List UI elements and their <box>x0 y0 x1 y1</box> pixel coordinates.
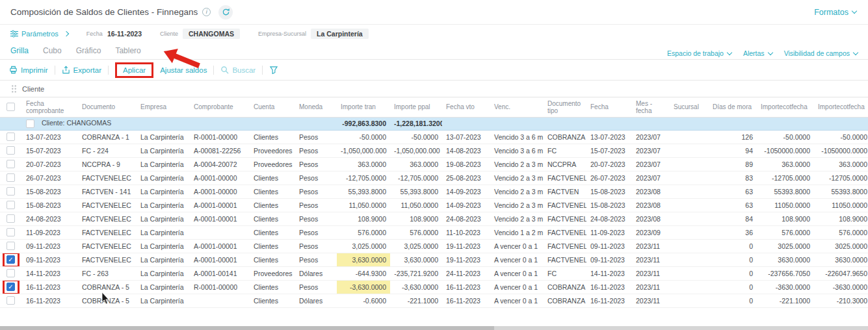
row-checkbox[interactable] <box>7 201 15 209</box>
divider <box>213 66 214 75</box>
row-checkbox[interactable] <box>7 242 15 250</box>
filter-button[interactable] <box>269 66 278 74</box>
cell: La Carpintería <box>137 294 190 307</box>
info-icon[interactable]: i <box>202 8 211 16</box>
cell: La Carpintería <box>137 280 190 294</box>
cell: 16-11-2023 <box>442 280 490 294</box>
column-header[interactable]: Moneda <box>295 97 337 117</box>
table-row[interactable]: 11-09-2023FACTVENELECLa CarpinteríaClien… <box>0 225 868 239</box>
cell: 0 <box>709 239 757 253</box>
group-summary-row[interactable]: Cliente: CHANGOMAS -992,863.8300 -1,228,… <box>0 117 868 130</box>
cell: 0 <box>709 266 757 280</box>
table-row[interactable]: 09-11-2023FACTVENELECLa CarpinteríaA-000… <box>0 239 868 253</box>
page-title: Composición de Saldos de Clientes - Finn… <box>10 7 198 17</box>
table-row[interactable]: 15-08-2023FACTVENELECLa CarpinteríaA-000… <box>0 198 868 212</box>
app-header: Composición de Saldos de Clientes - Finn… <box>0 0 868 25</box>
divider <box>262 66 263 75</box>
column-header[interactable]: Fecha vto <box>442 97 490 117</box>
cell: -50.0000 <box>757 130 814 144</box>
table-row[interactable]: ✓09-11-2023FACTVENELECLa CarpinteríaA-00… <box>0 253 868 266</box>
formats-dropdown[interactable]: Formatos <box>814 8 856 17</box>
row-checkbox[interactable] <box>7 269 15 277</box>
column-header[interactable]: Mes - fecha <box>632 97 670 117</box>
annotation-box-aplicar: Aplicar <box>115 62 153 78</box>
row-checkbox[interactable] <box>7 133 15 141</box>
scrollbar-thumb[interactable] <box>0 326 494 330</box>
table-row[interactable]: 15-07-2023FC - 224La CarpinteríaA-00081-… <box>0 144 868 157</box>
cell: FACTVEN - 141 <box>78 184 137 198</box>
select-all-checkbox[interactable] <box>7 103 15 111</box>
alerts-dropdown[interactable]: Alertas <box>743 49 772 57</box>
column-header[interactable]: Importecotfecha <box>757 97 814 117</box>
tab-tablero[interactable]: Tablero <box>115 46 140 55</box>
cell: R-0001-00000 <box>190 280 250 294</box>
group-field-label[interactable]: Cliente <box>22 85 44 93</box>
apply-button[interactable]: Aplicar <box>123 66 146 74</box>
row-checkbox[interactable]: ✓ <box>7 283 15 291</box>
export-button[interactable]: Exportar <box>62 66 101 74</box>
table-row[interactable]: 13-07-2023COBRANZA - 1La CarpinteríaR-00… <box>0 130 868 144</box>
cell: 16-11-2023 <box>586 294 632 307</box>
row-checkbox[interactable]: ✓ <box>7 255 15 264</box>
column-header[interactable]: Importe ppal <box>390 97 442 117</box>
cell: 363.0000 <box>757 157 814 171</box>
cell: COBRANZA <box>544 280 586 294</box>
row-checkbox[interactable] <box>7 173 15 182</box>
row-checkbox[interactable] <box>7 146 15 155</box>
cell: 11-10-2023 <box>442 225 490 239</box>
cell: 16-11-2023 <box>442 294 490 307</box>
table-row[interactable]: ✓16-11-2023COBRANZA - 5La CarpinteríaR-0… <box>0 280 868 294</box>
param-cliente-value[interactable]: CHANGOMAS <box>183 29 240 39</box>
cell: 55,393.8000 <box>390 184 442 198</box>
tab-cubo[interactable]: Cubo <box>43 46 62 55</box>
row-checkbox[interactable] <box>7 296 15 305</box>
table-row[interactable]: 20-07-2023NCCPRA - 9La CarpinteríaA-0004… <box>0 157 868 171</box>
adjust-balances-button[interactable]: Ajustar saldos <box>160 66 207 74</box>
table-row[interactable]: 15-08-2023FACTVEN - 141La CarpinteríaA-0… <box>0 184 868 198</box>
parameters-toggle[interactable]: Parámetros <box>10 30 68 38</box>
field-visibility-dropdown[interactable]: Visibilidad de campos <box>784 49 858 57</box>
cell: 2023/11 <box>632 239 670 253</box>
row-checkbox[interactable] <box>7 187 15 196</box>
column-header[interactable]: Fecha comprobante <box>22 97 78 117</box>
row-checkbox-cell <box>0 198 22 212</box>
refresh-button[interactable] <box>218 5 233 19</box>
row-checkbox[interactable] <box>7 160 15 168</box>
cell: -12705.0000 <box>814 171 868 184</box>
cell: FACTVENELEC <box>78 239 137 253</box>
cell: 19-08-2023 <box>442 157 490 171</box>
chevron-down-icon <box>852 8 857 14</box>
column-header[interactable]: Cuenta <box>250 97 295 117</box>
param-empresa-value[interactable]: La Carpintería <box>311 29 369 39</box>
column-header[interactable]: Documento tipo <box>544 97 586 117</box>
param-fecha-value[interactable]: 16-11-2023 <box>107 30 142 38</box>
search-button[interactable]: Buscar <box>220 66 256 74</box>
column-header[interactable]: Documento <box>78 97 137 117</box>
table-row[interactable]: 24-08-2023FACTVENELECLa CarpinteríaA-000… <box>0 212 868 225</box>
tab-grafico[interactable]: Gráfico <box>76 46 101 55</box>
drag-handle-icon[interactable] <box>11 84 17 93</box>
print-button[interactable]: Imprimir <box>9 66 48 74</box>
column-header[interactable]: Comprobante <box>190 97 250 117</box>
cell: 26-07-2023 <box>586 171 632 184</box>
table-row[interactable]: 14-11-2023FC - 263La CarpinteríaA-0001-0… <box>0 266 868 280</box>
workspace-dropdown[interactable]: Espacio de trabajo <box>667 49 731 57</box>
row-checkbox[interactable] <box>7 214 15 223</box>
column-header[interactable]: Días de mora <box>709 97 757 117</box>
table-row[interactable]: 16-11-2023COBRANZA - 5La CarpinteríaClie… <box>0 294 868 307</box>
table-row[interactable]: 26-07-2023FACTVENELECLa CarpinteríaA-000… <box>0 171 868 184</box>
column-header[interactable]: Sucursal <box>670 97 709 117</box>
column-header[interactable]: Venc. <box>490 97 544 117</box>
column-header[interactable]: Importe tran <box>337 97 390 117</box>
row-checkbox[interactable] <box>7 228 15 236</box>
column-header[interactable]: Empresa <box>137 97 190 117</box>
column-header[interactable]: Importecotfecha <box>814 97 868 117</box>
column-header[interactable]: Fecha <box>586 97 632 117</box>
cell: FACTVENELEC <box>78 212 137 225</box>
group-importe-ppal: -1,228,181.3200 <box>390 117 442 130</box>
cell <box>670 239 709 253</box>
group-checkbox[interactable] <box>26 120 34 128</box>
cell: Clientes <box>250 171 295 184</box>
row-checkbox-cell <box>0 239 22 253</box>
tab-grilla[interactable]: Grilla <box>10 46 29 55</box>
